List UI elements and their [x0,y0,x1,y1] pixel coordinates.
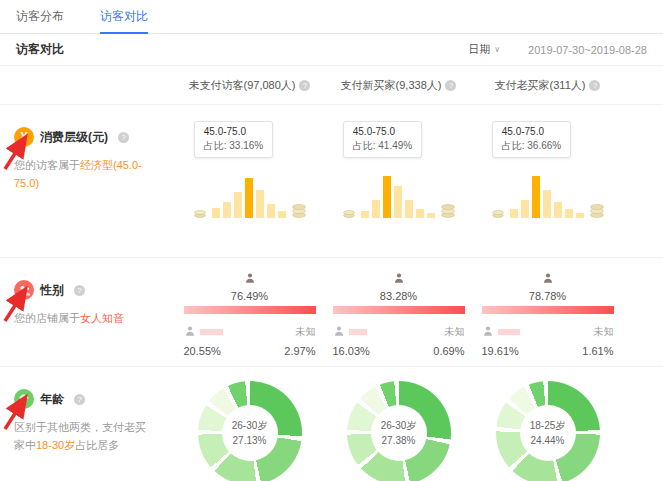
unknown-label: 未知 [594,325,614,339]
column-header-old-buyers: 支付老买家(311人) ? [473,78,622,93]
tooltip-range: 45.0-75.0 [353,126,412,137]
male-bar [498,329,520,335]
male-bar [349,329,367,335]
tooltip-share: 占比: 33.16% [204,139,263,153]
consumption-description: 您的访客属于经济型(45.0-75.0) [14,157,152,192]
tooltip-range: 45.0-75.0 [204,126,263,137]
histogram-bars [361,174,435,218]
donut-label: 26-30岁 27.38% [347,381,451,481]
age-cell-unpaid: 26-30岁 27.13% [175,367,324,481]
female-percent: 78.78% [529,290,566,302]
age-donut-chart: 26-30岁 27.13% [198,381,302,481]
consumption-desc-text: 您的访客属于 [14,159,80,171]
column-header-label: 未支付访客(97,080人) [189,78,296,93]
female-bar [184,306,316,314]
consumption-cell-new-buyers: 45.0-75.0 占比: 41.49% [324,105,473,257]
coins-small-icon [342,206,356,218]
male-icon [482,323,494,341]
unknown-label: 未知 [296,325,316,339]
unknown-percent: 0.69% [433,345,464,357]
donut-label: 26-30岁 27.13% [198,381,302,481]
male-percent: 20.55% [184,345,221,357]
gender-cell-unpaid: 76.49% 未知 20.55% 2.97% [175,258,324,366]
female-bar [333,306,465,314]
gender-desc-highlight: 女人知音 [80,312,124,324]
range-tooltip: 45.0-75.0 占比: 36.66% [492,121,571,158]
age-top-percent: 27.13% [233,433,267,448]
age-left-cell: 年龄 ? 区别于其他两类，支付老买家中18-30岁占比居多 [0,367,175,481]
coins-large-icon [440,200,456,218]
help-icon[interactable]: ? [74,285,85,296]
female-icon [393,270,405,288]
male-icon [184,323,196,341]
consumption-histogram [193,170,307,218]
help-icon[interactable]: ? [589,80,600,91]
column-header-unpaid-visitors: 未支付访客(97,080人) ? [175,78,324,93]
male-percent: 16.03% [333,345,370,357]
donut-label: 18-25岁 24.44% [496,381,600,481]
consumption-left-cell: ¥ 消费层级(元) ? 您的访客属于经济型(45.0-75.0) [0,105,175,257]
section-gender: 性别 ? 您的店铺属于女人知音 76.49% 未知 20.55% [0,257,663,366]
date-range: 2019-07-30~2019-08-28 [528,44,647,56]
tooltip-share: 占比: 36.66% [502,139,561,153]
age-cell-new-buyers: 26-30岁 27.38% [324,367,473,481]
unknown-percent: 2.97% [284,345,315,357]
gender-description: 您的店铺属于女人知音 [14,310,152,328]
consumption-cell-unpaid: 45.0-75.0 占比: 33.16% [175,105,324,257]
people-icon [14,280,34,300]
histogram-bars [212,174,286,218]
tooltip-share: 占比: 41.49% [353,139,412,153]
section-title-gender: 性别 [40,282,64,299]
gender-cell-old-buyers: 78.78% 未知 19.61% 1.61% [473,258,622,366]
gender-desc-text: 您的店铺属于 [14,312,80,324]
range-tooltip: 45.0-75.0 占比: 33.16% [194,121,273,158]
female-percent: 76.49% [231,290,268,302]
section-title-age: 年龄 [40,391,64,408]
age-desc-highlight: 18-30岁 [36,439,75,451]
age-top-group: 26-30岁 [232,418,268,433]
section-consumption-level: ¥ 消费层级(元) ? 您的访客属于经济型(45.0-75.0) 45.0-75… [0,104,663,257]
coins-large-icon [589,200,605,218]
age-top-percent: 24.44% [531,433,565,448]
date-dropdown[interactable]: 日期 ∨ [468,42,500,57]
help-icon[interactable]: ? [445,80,456,91]
column-header-label: 支付老买家(311人) [495,78,586,93]
range-tooltip: 45.0-75.0 占比: 41.49% [343,121,422,158]
age-description: 区别于其他两类，支付老买家中18-30岁占比居多 [14,419,152,454]
male-icon [333,323,345,341]
chevron-down-icon: ∨ [494,45,500,54]
male-bar [200,329,223,335]
female-icon [542,270,554,288]
help-icon[interactable]: ? [118,132,129,143]
female-bar [482,306,614,314]
unknown-label: 未知 [445,325,465,339]
female-icon [244,270,256,288]
histogram-bars [510,174,584,218]
umbrella-icon [14,389,34,409]
gender-left-cell: 性别 ? 您的店铺属于女人知音 [0,258,175,366]
age-top-percent: 27.38% [382,433,416,448]
tab-visitor-distribution[interactable]: 访客分布 [16,0,64,33]
tooltip-range: 45.0-75.0 [502,126,561,137]
date-control: 日期 ∨ 2019-07-30~2019-08-28 [468,42,647,57]
coins-small-icon [193,206,207,218]
date-label: 日期 [468,42,490,57]
column-header-label: 支付新买家(9,338人) [341,78,442,93]
age-top-group: 26-30岁 [381,418,417,433]
help-icon[interactable]: ? [299,80,310,91]
consumption-histogram [342,170,456,218]
consumption-cell-old-buyers: 45.0-75.0 占比: 36.66% [473,105,622,257]
female-percent: 83.28% [380,290,417,302]
panel-title: 访客对比 [16,41,64,58]
help-icon[interactable]: ? [74,394,85,405]
tab-visitor-comparison[interactable]: 访客对比 [100,0,148,33]
male-percent: 19.61% [482,345,519,357]
age-donut-chart: 26-30岁 27.38% [347,381,451,481]
column-headers: 未支付访客(97,080人) ? 支付新买家(9,338人) ? 支付老买家(3… [0,66,663,104]
gender-cell-new-buyers: 83.28% 未知 16.03% 0.69% [324,258,473,366]
age-cell-old-buyers: 18-25岁 24.44% [473,367,622,481]
consumption-histogram [491,170,605,218]
section-age: 年龄 ? 区别于其他两类，支付老买家中18-30岁占比居多 26-30岁 27.… [0,366,663,481]
age-donut-chart: 18-25岁 24.44% [496,381,600,481]
tabbar: 访客分布 访客对比 [0,0,663,34]
